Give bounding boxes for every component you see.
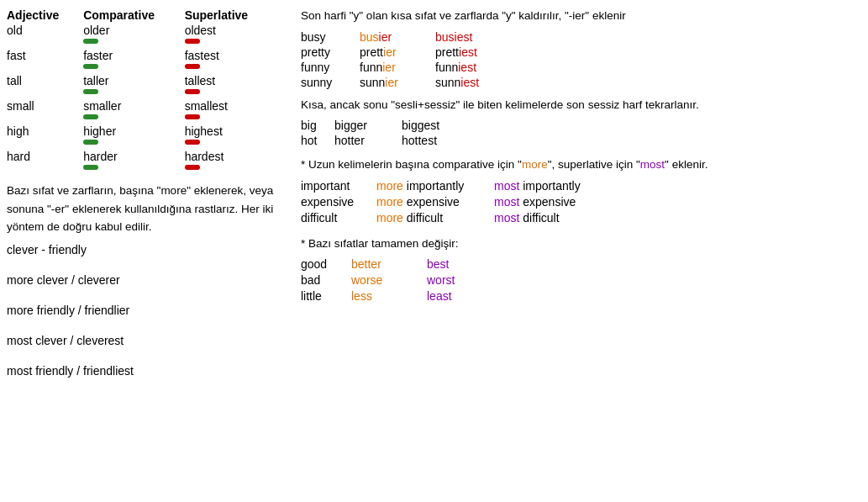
word-more-expensive: more expensive [376, 195, 494, 209]
dot-red-icon [185, 165, 200, 170]
main-note: Bazı sıfat ve zarfların, başına "more" e… [7, 182, 276, 236]
dot-green-icon [83, 165, 98, 170]
word-more-difficult: more difficult [376, 211, 494, 225]
word-busier: busier [360, 30, 435, 44]
dot-green-icon [83, 140, 98, 145]
double-words-grid: big bigger biggest hot hotter hottest [301, 119, 861, 147]
word-less: less [351, 289, 427, 303]
main-container: Adjective Comparative Superlative old ol… [7, 7, 861, 381]
word-better: better [351, 257, 427, 271]
word-most-expensive: most expensive [494, 195, 612, 209]
table-row: small smaller smallest [7, 98, 276, 123]
col-header-comp: Comparative [83, 7, 184, 22]
word-busiest: busiest [435, 30, 519, 44]
word-hotter: hotter [334, 134, 402, 147]
irregular-note-text: * Bazı sıfatlar tamamen değişir: [301, 235, 861, 253]
more-friendly-label: more friendly / friendlier [7, 304, 276, 317]
dot-green-icon [83, 64, 98, 69]
more-clever-label: more clever / cleverer [7, 273, 276, 287]
word-difficult: difficult [301, 211, 376, 225]
word-pretty: pretty [301, 45, 360, 59]
word-sunny: sunny [301, 76, 360, 89]
word-best: best [427, 257, 502, 271]
dot-red-icon [185, 64, 200, 69]
dot-green-icon [83, 114, 98, 119]
more-colored: more [522, 158, 548, 171]
word-worse: worse [351, 273, 427, 287]
table-row: fast faster fastest [7, 47, 276, 72]
word-funnier: funnier [360, 61, 435, 74]
clever-friendly-label: clever - friendly [7, 243, 276, 256]
word-biggest: biggest [402, 119, 477, 132]
word-more-importantly: more importantly [376, 179, 494, 193]
y-words-grid: busy busier busiest pretty prettier pret… [301, 30, 861, 89]
long-words-note: * Uzun kelimelerin başına comparative iç… [301, 156, 861, 174]
word-little: little [301, 289, 351, 303]
col-header-sup: Superlative [185, 7, 276, 22]
left-panel: Adjective Comparative Superlative old ol… [7, 7, 276, 381]
dot-red-icon [185, 140, 200, 145]
table-row: old older oldest [7, 22, 276, 47]
irregular-section: * Bazı sıfatlar tamamen değişir: good be… [301, 235, 861, 304]
most-friendly-label: most friendly / friendliest [7, 364, 276, 378]
dot-red-icon [185, 89, 200, 94]
dot-green-icon [83, 89, 98, 94]
long-words-grid: important more importantly most importan… [301, 179, 861, 225]
rule-y-section: Son harfi "y" olan kısa sıfat ve zarflar… [301, 7, 861, 89]
word-bigger: bigger [334, 119, 402, 132]
word-busy: busy [301, 30, 360, 44]
word-worst: worst [427, 273, 502, 287]
dot-green-icon [83, 39, 98, 44]
word-most-difficult: most difficult [494, 211, 612, 225]
right-panel: Son harfi "y" olan kısa sıfat ve zarflar… [276, 7, 861, 381]
word-sunnier: sunnier [360, 76, 435, 89]
rule-double-section: Kısa, ancak sonu "sesli+sessiz" ile bite… [301, 96, 861, 148]
table-row: hard harder hardest [7, 148, 276, 173]
long-words-section: * Uzun kelimelerin başına comparative iç… [301, 156, 861, 225]
word-sunniest: sunniest [435, 76, 519, 89]
clever-section: clever - friendly more clever / cleverer… [7, 243, 276, 378]
word-funniest: funniest [435, 61, 519, 74]
dot-red-icon [185, 114, 200, 119]
col-header-adj: Adjective [7, 7, 83, 22]
word-expensive: expensive [301, 195, 376, 209]
word-big: big [301, 119, 334, 132]
table-row: high higher highest [7, 123, 276, 148]
most-colored: most [640, 158, 665, 171]
word-hottest: hottest [402, 134, 477, 147]
word-prettiest: prettiest [435, 45, 519, 59]
rule-double-text: Kısa, ancak sonu "sesli+sessiz" ile bite… [301, 96, 861, 114]
word-prettier: prettier [360, 45, 435, 59]
table-row: tall taller tallest [7, 72, 276, 98]
word-funny: funny [301, 61, 360, 74]
most-clever-label: most clever / cleverest [7, 334, 276, 347]
irregular-words-grid: good better best bad worse worst little … [301, 257, 861, 303]
word-most-importantly: most importantly [494, 179, 612, 193]
word-important: important [301, 179, 376, 193]
adjective-table: Adjective Comparative Superlative old ol… [7, 7, 276, 173]
word-least: least [427, 289, 502, 303]
rule-y-text: Son harfi "y" olan kısa sıfat ve zarflar… [301, 7, 861, 25]
dot-red-icon [185, 39, 200, 44]
word-good: good [301, 257, 351, 271]
word-hot: hot [301, 134, 334, 147]
word-bad: bad [301, 273, 351, 287]
